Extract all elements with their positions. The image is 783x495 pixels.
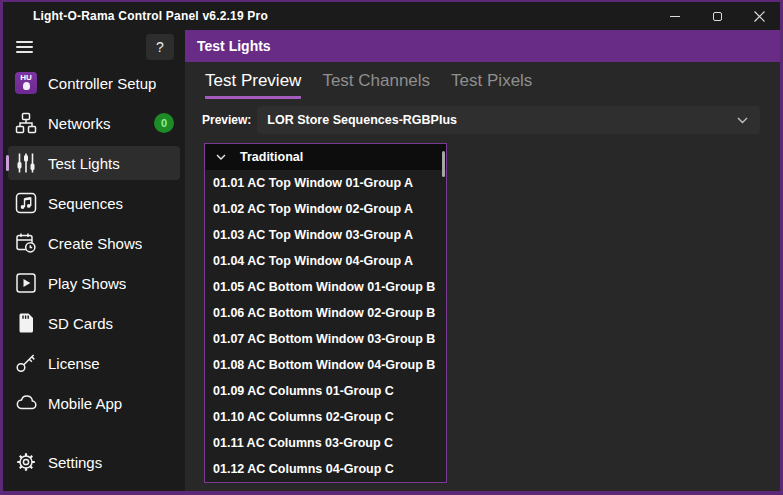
hu-logo-icon: HU [13, 71, 39, 95]
maximize-icon [713, 12, 722, 21]
list-item[interactable]: 01.11 AC Columns 03-Group C [205, 430, 446, 456]
sidebar-item-label: Mobile App [48, 395, 122, 412]
sidebar-item-controller-setup[interactable]: HU Controller Setup [8, 66, 180, 100]
sliders-icon [13, 151, 39, 175]
preview-dropdown-value: LOR Store Sequences-RGBPlus [267, 113, 457, 127]
list-item[interactable]: 01.01 AC Top Window 01-Group A [205, 170, 446, 196]
list-item[interactable]: 01.06 AC Bottom Window 02-Group B [205, 300, 446, 326]
channel-list: Traditional 01.01 AC Top Window 01-Group… [204, 143, 447, 483]
list-item[interactable]: 01.12 AC Columns 04-Group C [205, 456, 446, 482]
sidebar-item-label: License [48, 355, 100, 372]
tab-test-pixels[interactable]: Test Pixels [451, 71, 532, 99]
sidebar-item-label: Test Lights [48, 155, 120, 172]
list-item[interactable]: 01.04 AC Top Window 04-Group A [205, 248, 446, 274]
list-item[interactable]: 01.05 AC Bottom Window 01-Group B [205, 274, 446, 300]
play-icon [13, 271, 39, 295]
maximize-button[interactable] [696, 2, 738, 30]
sidebar: ? HU Controller Setup [3, 30, 185, 491]
list-item[interactable]: 01.09 AC Columns 01-Group C [205, 378, 446, 404]
sidebar-item-mobile-app[interactable]: Mobile App [8, 386, 180, 420]
tab-test-channels[interactable]: Test Channels [322, 71, 430, 99]
key-icon [13, 351, 39, 375]
sidebar-item-test-lights[interactable]: Test Lights [8, 146, 180, 180]
sidebar-item-label: Play Shows [48, 275, 126, 292]
minimize-button[interactable] [654, 2, 696, 30]
preview-dropdown[interactable]: LOR Store Sequences-RGBPlus [257, 106, 760, 134]
page-title: Test Lights [197, 38, 271, 54]
main-content: Test Lights Test Preview Test Channels T… [185, 30, 780, 491]
sidebar-item-create-shows[interactable]: Create Shows [8, 226, 180, 260]
sd-card-icon [13, 311, 39, 335]
network-icon [13, 111, 39, 135]
sidebar-footer: Settings [3, 445, 185, 491]
list-item[interactable]: 01.10 AC Columns 02-Group C [205, 404, 446, 430]
list-item[interactable]: 01.07 AC Bottom Window 03-Group B [205, 326, 446, 352]
help-button[interactable]: ? [146, 34, 174, 60]
titlebar: Light-O-Rama Control Panel v6.2.19 Pro [3, 2, 780, 30]
tab-bar: Test Preview Test Channels Test Pixels [185, 62, 780, 99]
sidebar-item-play-shows[interactable]: Play Shows [8, 266, 180, 300]
cloud-icon [13, 391, 39, 415]
preview-label: Preview: [202, 113, 251, 127]
page-header: Test Lights [185, 30, 780, 62]
sidebar-item-networks[interactable]: Networks 0 [8, 106, 180, 140]
tab-test-preview[interactable]: Test Preview [205, 71, 301, 99]
channel-group-header[interactable]: Traditional [205, 144, 446, 170]
list-item[interactable]: 01.03 AC Top Window 03-Group A [205, 222, 446, 248]
list-scrollbar-thumb[interactable] [442, 151, 445, 177]
minimize-icon [670, 16, 680, 17]
sidebar-item-sequences[interactable]: Sequences [8, 186, 180, 220]
sidebar-item-sd-cards[interactable]: SD Cards [8, 306, 180, 340]
sidebar-item-label: Sequences [48, 195, 123, 212]
chevron-down-icon [737, 117, 748, 124]
list-item[interactable]: 01.02 AC Top Window 02-Group A [205, 196, 446, 222]
music-note-icon [13, 191, 39, 215]
app-window: Light-O-Rama Control Panel v6.2.19 Pro [0, 0, 783, 495]
close-button[interactable] [738, 2, 780, 30]
help-icon: ? [156, 39, 164, 55]
sidebar-item-label: Controller Setup [48, 75, 156, 92]
sidebar-item-label: Settings [48, 454, 102, 471]
preview-row: Preview: LOR Store Sequences-RGBPlus [202, 106, 760, 134]
sidebar-nav: HU Controller Setup [3, 62, 185, 420]
sidebar-item-label: Create Shows [48, 235, 142, 252]
selected-indicator-pill [6, 155, 9, 171]
window-title: Light-O-Rama Control Panel v6.2.19 Pro [3, 9, 268, 23]
calendar-clock-icon [13, 231, 39, 255]
chevron-down-icon [205, 154, 226, 161]
window-controls [654, 2, 780, 30]
list-item[interactable]: 01.08 AC Bottom Window 04-Group B [205, 352, 446, 378]
sidebar-item-label: Networks [48, 115, 111, 132]
sidebar-item-label: SD Cards [48, 315, 113, 332]
close-icon [754, 11, 765, 22]
sidebar-item-settings[interactable]: Settings [8, 445, 180, 479]
networks-count-badge: 0 [154, 113, 174, 133]
channel-group-label: Traditional [240, 150, 303, 164]
hamburger-menu-button[interactable] [14, 37, 35, 57]
gear-icon [13, 450, 39, 474]
sidebar-item-license[interactable]: License [8, 346, 180, 380]
